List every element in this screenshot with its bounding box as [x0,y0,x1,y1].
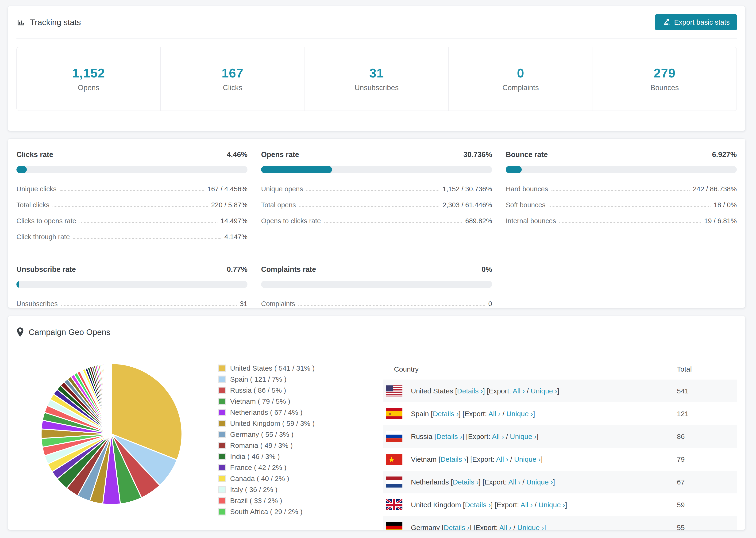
legend-label: France ( 42 / 2% ) [230,463,287,471]
rate-row-value: 689.82% [465,217,492,225]
rate-row-value: 167 / 4.456% [207,185,247,193]
progress-bar-fill [17,281,19,288]
export-all-link[interactable]: All › [513,387,525,395]
rate-row: Hard bounces 242 / 86.738% [506,183,737,193]
tracking-stats-header: Tracking stats Export basic stats [17,6,737,38]
export-all-link[interactable]: All › [499,524,512,530]
rate-row: Unsubscribes 31 [17,298,247,308]
stat-value: 167 [222,66,243,80]
details-link[interactable]: Details › [465,501,491,509]
legend-item: United Kingdom ( 59 / 3% ) [218,419,383,427]
export-all-link[interactable]: All › [492,433,504,440]
country-flag-icon [386,454,403,465]
geo-table-header: Country Total [383,359,737,380]
dotted-leader [306,190,439,191]
legend-item: France ( 42 / 2% ) [218,463,383,471]
stat-label: Bounces [651,83,679,92]
progress-bar [17,166,247,173]
country-name: Germany [411,524,440,530]
bracket-close: ] [466,456,470,463]
export-all-link[interactable]: All › [520,501,533,509]
country-name: United Kingdom [411,501,461,509]
legend-swatch [218,486,226,493]
export-unique-link[interactable]: Unique › [531,387,557,395]
rate-row-label: Soft bounces [506,201,545,209]
stat-value: 31 [369,66,384,80]
rate-row-label: Opens to clicks rate [261,217,321,225]
summary-stat-box: 279 Bounces [593,47,736,111]
details-link[interactable]: Details › [433,410,459,418]
campaign-geo-opens-card: Campaign Geo Opens United States ( 541 /… [8,316,745,530]
summary-stat-box: 31 Unsubscribes [304,47,449,111]
export-all-link[interactable]: All › [496,456,508,463]
export-basic-stats-label: Export basic stats [674,18,730,26]
export-unique-link[interactable]: Unique › [510,433,536,440]
rate-row: Unique clicks 167 / 4.456% [17,183,247,193]
dotted-leader [298,305,485,306]
rate-row-value: 2,303 / 61.446% [443,201,492,209]
geo-table-header-country: Country [394,365,419,373]
rate-row-value: 19 / 6.81% [704,217,737,225]
rate-value: 4.46% [227,150,247,159]
rate-row-label: Complaints [261,300,295,308]
rate-row-value: 1,152 / 30.736% [443,185,492,193]
details-link[interactable]: Details › [453,478,478,486]
details-link[interactable]: Details › [444,524,469,530]
legend-label: Italy ( 36 / 2% ) [230,486,278,494]
details-link[interactable]: Details › [436,433,462,440]
rates-card: Clicks rate 4.46% Unique clicks 167 / 4.… [8,138,745,308]
geo-content: United States ( 541 / 31% ) Spain ( 121 … [17,348,737,530]
export-prefix: [Export: [470,456,496,463]
export-prefix: [Export: [482,478,508,486]
rate-block: Unsubscribe rate 0.77% Unsubscribes 31 [17,265,247,308]
export-unique-link[interactable]: Unique › [539,501,565,509]
summary-stat-box: 167 Clicks [160,47,304,111]
bracket-close-2: ] [533,410,535,418]
legend-swatch [218,497,226,505]
details-link[interactable]: Details › [457,387,483,395]
legend-swatch [218,453,226,460]
export-unique-link[interactable]: Unique › [526,478,553,486]
bracket-close-2: ] [541,456,543,463]
rate-row-value: 4.147% [225,233,247,241]
rate-rows: Unsubscribes 31 [17,298,247,308]
export-basic-stats-button[interactable]: Export basic stats [655,14,737,30]
bracket-close-2: ] [544,524,546,530]
rate-row-value: 242 / 86.738% [693,185,737,193]
pie-slice [111,364,112,434]
rate-row-label: Unique clicks [17,185,57,193]
country-name: Vietnam [411,456,437,463]
country-cell: Germany [Details ›] [Export: All › / Uni… [411,524,546,530]
legend-item: Romania ( 49 / 3% ) [218,442,383,450]
country-cell: Spain [Details ›] [Export: All › / Uniqu… [411,410,535,418]
export-prefix: [Export: [473,524,499,530]
details-link[interactable]: Details › [441,456,466,463]
bracket-open: [ [461,501,465,509]
bracket-close-2: ] [536,433,538,440]
country-total: 121 [677,410,732,418]
export-unique-link[interactable]: Unique › [514,456,541,463]
rate-rows: Unique opens 1,152 / 30.736% Total opens… [261,183,492,225]
legend-item: Netherlands ( 67 / 4% ) [218,408,383,416]
rate-row: Complaints 0 [261,298,492,308]
country-cell: Netherlands [Details ›] [Export: All › /… [411,478,555,486]
stat-value: 1,152 [72,66,105,80]
geo-table-body: United States [Details ›] [Export: All ›… [383,380,737,530]
rate-block: Complaints rate 0% Complaints 0 [261,265,492,308]
export-unique-link[interactable]: Unique › [507,410,533,418]
rate-title: Opens rate [261,150,299,159]
rates-grid: Clicks rate 4.46% Unique clicks 167 / 4.… [17,139,737,308]
rate-rows: Complaints 0 [261,298,492,308]
rate-row: Total clicks 220 / 5.87% [17,199,247,209]
progress-bar-fill [17,166,27,173]
country-flag-icon [386,385,403,397]
legend-label: India ( 46 / 3% ) [230,453,280,460]
tracking-stats-title: Tracking stats [17,18,81,27]
export-all-link[interactable]: All › [488,410,501,418]
rate-row: Internal bounces 19 / 6.81% [506,215,737,225]
rate-title: Bounce rate [506,150,548,159]
bracket-open: [ [453,387,457,395]
export-unique-link[interactable]: Unique › [517,524,544,530]
country-flag-icon [386,476,403,488]
export-all-link[interactable]: All › [508,478,520,486]
